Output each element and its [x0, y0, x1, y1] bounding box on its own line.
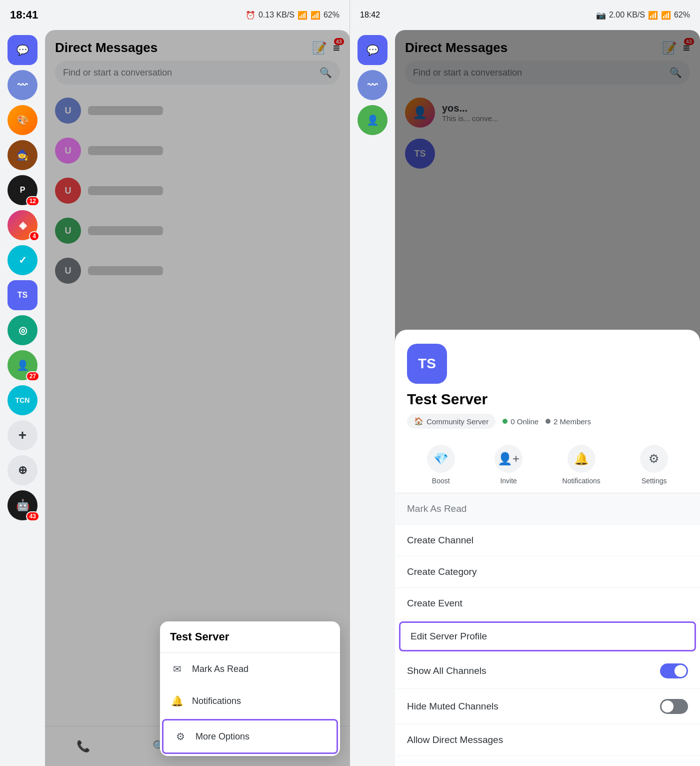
right-panel: 18:42 📷 2.00 KB/S 📶 📶 62% 💬 〰 👤 Direct M…: [350, 0, 700, 766]
boost-icon-container: 💎: [427, 445, 455, 473]
prism-badge: 4: [29, 231, 40, 241]
sidebar-icon-task[interactable]: ✓: [8, 245, 38, 275]
sidebar-icons-left: 💬 〰 🎨 🧙 P 12 ◈ 4 ✓ TS ◎ 👤 27: [0, 30, 45, 766]
battery-left: 62%: [324, 11, 340, 20]
mark-read-icon: ✉: [170, 662, 184, 676]
server-initials: TS: [418, 356, 436, 372]
context-menu-item-mark-read[interactable]: ✉ Mark As Read: [160, 653, 340, 685]
create-category-label: Create Category: [407, 566, 476, 577]
toggle-knob-hide: [662, 700, 674, 712]
boost-label: Boost: [432, 477, 450, 485]
discover-icon: ⊕: [18, 464, 27, 477]
time-right: 18:42: [360, 11, 380, 20]
sidebar-icon-ts[interactable]: TS: [8, 280, 38, 310]
notifications-sheet-icon: 🔔: [574, 452, 589, 466]
member-count: 2 Members: [554, 417, 591, 426]
sidebar-icon-wizard[interactable]: 🧙: [8, 140, 38, 170]
sidebar-icon-user-right[interactable]: 👤: [358, 105, 388, 135]
sidebar-icon-discover[interactable]: ⊕: [8, 455, 38, 485]
context-menu-header: Test Server: [160, 621, 340, 653]
status-bar-left: 18:41 ⏰ 0.13 KB/S 📶 📶 62%: [0, 0, 350, 30]
action-settings[interactable]: ⚙ Settings: [640, 445, 668, 485]
sidebar-icon-waves-right[interactable]: 〰: [358, 70, 388, 100]
boost-icon: 💎: [434, 452, 448, 466]
context-menu-item-notifications[interactable]: 🔔 Notifications: [160, 685, 340, 717]
hide-muted-channels-toggle[interactable]: [660, 699, 688, 714]
settings-icon-container: ⚙: [640, 445, 668, 473]
context-menu-item-more-options[interactable]: ⚙ More Options: [162, 719, 338, 754]
sidebar-icon-prism[interactable]: ◈ 4: [8, 210, 38, 240]
add-icon: +: [18, 427, 26, 443]
signal-icon-left: 📶: [310, 11, 320, 20]
community-label: Community Server: [426, 417, 488, 426]
sheet-item-create-channel[interactable]: Create Channel: [395, 525, 700, 556]
ts-label: TS: [18, 291, 28, 300]
time-left: 18:41: [10, 9, 38, 22]
hide-muted-channels-row: Hide Muted Channels: [407, 699, 688, 714]
signal-icon-right: 📶: [661, 11, 671, 20]
settings-label: Settings: [642, 477, 667, 485]
sidebar-icon-art[interactable]: 🎨: [8, 105, 38, 135]
sheet-item-create-category[interactable]: Create Category: [395, 556, 700, 588]
action-notifications[interactable]: 🔔 Notifications: [562, 445, 600, 485]
community-server-tag: 🏠 Community Server: [407, 414, 496, 429]
chatgpt-icon: ◎: [18, 324, 27, 336]
sidebar-icon-bot[interactable]: 🤖 43: [8, 490, 38, 520]
sheet-server-header: TS Test Server 🏠 Community Server 0 Onli…: [395, 330, 700, 437]
sidebar-icon-user27[interactable]: 👤 27: [8, 350, 38, 380]
sidebar-icon-chatgpt[interactable]: ◎: [8, 315, 38, 345]
battery-right: 62%: [674, 11, 690, 20]
sheet-item-edit-server-profile[interactable]: Edit Server Profile: [399, 621, 696, 651]
invite-icon-container: 👤+: [494, 445, 522, 473]
sidebar-icon-tcn[interactable]: TCN: [8, 385, 38, 415]
mark-read-sheet-label: Mark As Read: [407, 503, 466, 514]
create-channel-label: Create Channel: [407, 535, 474, 545]
notifications-label: Notifications: [192, 696, 241, 706]
sidebar-icon-opus[interactable]: P 12: [8, 175, 38, 205]
main-content-left: Direct Messages 📝 ≡ 43 🔍 U: [45, 30, 350, 766]
action-invite[interactable]: 👤+ Invite: [494, 445, 522, 485]
context-menu: Test Server ✉ Mark As Read 🔔 Notificatio…: [160, 621, 340, 756]
wizard-icon: 🧙: [16, 149, 29, 161]
invite-label: Invite: [500, 477, 516, 485]
sheet-menu-items: Mark As Read Create Channel Create Categ…: [395, 493, 700, 756]
sheet-item-show-all-channels[interactable]: Show All Channels: [395, 653, 700, 689]
prism-icon: ◈: [19, 219, 26, 231]
task-icon: ✓: [18, 254, 27, 266]
sheet-item-hide-muted-channels[interactable]: Hide Muted Channels: [395, 689, 700, 724]
opus-label: P: [20, 186, 26, 195]
server-meta: 🏠 Community Server 0 Online 2 Members: [407, 414, 688, 429]
action-boost[interactable]: 💎 Boost: [427, 445, 455, 485]
server-avatar: TS: [407, 344, 447, 384]
sheet-item-mark-read[interactable]: Mark As Read: [395, 493, 700, 525]
alarm-icon: ⏰: [246, 11, 256, 20]
camera-icon: 📷: [596, 11, 606, 20]
home-icon: 💬: [16, 44, 29, 56]
left-panel: 18:41 ⏰ 0.13 KB/S 📶 📶 62% 💬 〰 🎨 🧙 P 12 ◈…: [0, 0, 350, 766]
user-icon-right: 👤: [366, 114, 379, 126]
sidebar-icons-right: 💬 〰 👤: [350, 30, 395, 766]
right-main-content: Direct Messages 📝 ≡ 43 Find or start a c…: [395, 30, 700, 766]
sidebar-icon-waves[interactable]: 〰: [8, 70, 38, 100]
server-name: Test Server: [407, 391, 688, 408]
waves-icon-right: 〰: [368, 80, 378, 91]
waves-icon: 〰: [18, 80, 28, 91]
show-all-channels-toggle[interactable]: [660, 663, 688, 678]
user27-badge: 27: [26, 371, 40, 381]
more-options-icon: ⚙: [174, 729, 188, 743]
sidebar-icon-home[interactable]: 💬: [8, 35, 38, 65]
status-bar-right: 18:42 📷 2.00 KB/S 📶 📶 62%: [350, 0, 700, 30]
home-small-icon: 🏠: [414, 417, 424, 426]
sheet-item-allow-direct-messages[interactable]: Allow Direct Messages: [395, 724, 700, 756]
create-event-label: Create Event: [407, 598, 462, 608]
context-menu-overlay[interactable]: Test Server ✉ Mark As Read 🔔 Notificatio…: [45, 30, 350, 766]
more-options-label: More Options: [196, 731, 250, 742]
show-all-channels-row: Show All Channels: [407, 663, 688, 678]
show-all-channels-label: Show All Channels: [407, 665, 486, 676]
status-icons-right: 📷 2.00 KB/S 📶 📶 62%: [596, 11, 690, 20]
sidebar-icon-add[interactable]: +: [8, 420, 38, 450]
sidebar-icon-home-right[interactable]: 💬: [358, 35, 388, 65]
sheet-item-create-event[interactable]: Create Event: [395, 588, 700, 619]
opus-badge: 12: [26, 196, 40, 206]
online-count-tag: 0 Online: [502, 417, 538, 426]
